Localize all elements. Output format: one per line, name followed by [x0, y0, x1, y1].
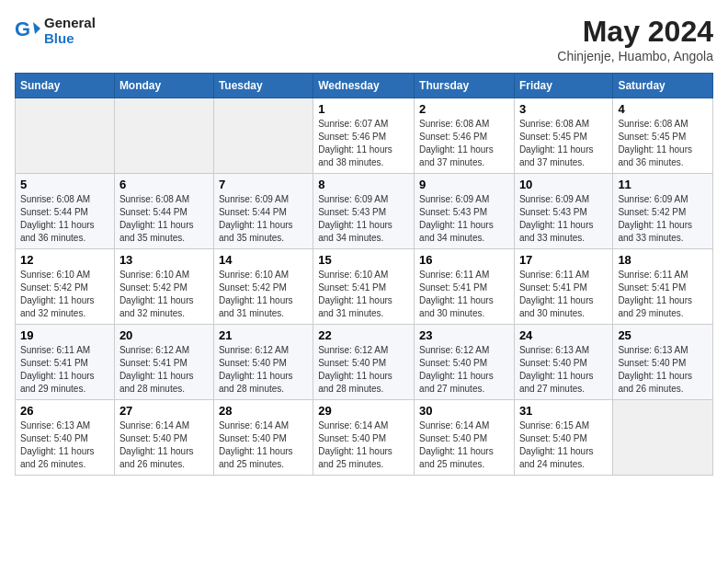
col-header-sunday: Sunday — [16, 74, 115, 98]
day-info: Sunrise: 6:14 AM Sunset: 5:40 PM Dayligh… — [119, 419, 209, 471]
col-header-saturday: Saturday — [613, 74, 713, 98]
day-number: 7 — [219, 178, 308, 191]
day-number: 3 — [519, 102, 608, 116]
day-number: 9 — [419, 178, 509, 191]
day-number: 1 — [318, 102, 409, 116]
month-title: May 2024 — [557, 15, 713, 49]
day-number: 2 — [419, 102, 509, 116]
day-info: Sunrise: 6:13 AM Sunset: 5:40 PM Dayligh… — [519, 344, 608, 396]
day-info: Sunrise: 6:07 AM Sunset: 5:46 PM Dayligh… — [318, 118, 409, 169]
day-number: 5 — [20, 178, 109, 191]
day-info: Sunrise: 6:12 AM Sunset: 5:40 PM Dayligh… — [318, 344, 409, 396]
day-cell — [613, 400, 713, 476]
day-number: 4 — [618, 102, 708, 116]
day-info: Sunrise: 6:08 AM Sunset: 5:45 PM Dayligh… — [519, 118, 608, 169]
day-cell: 9Sunrise: 6:09 AM Sunset: 5:43 PM Daylig… — [415, 174, 515, 249]
day-cell: 21Sunrise: 6:12 AM Sunset: 5:40 PM Dayli… — [213, 325, 313, 400]
day-cell: 11Sunrise: 6:09 AM Sunset: 5:42 PM Dayli… — [613, 174, 713, 249]
day-number: 6 — [119, 178, 209, 191]
day-number: 15 — [318, 253, 409, 267]
day-number: 19 — [20, 328, 109, 342]
day-cell: 22Sunrise: 6:12 AM Sunset: 5:40 PM Dayli… — [313, 325, 415, 400]
day-cell: 16Sunrise: 6:11 AM Sunset: 5:41 PM Dayli… — [415, 249, 515, 325]
day-info: Sunrise: 6:10 AM Sunset: 5:42 PM Dayligh… — [219, 269, 308, 320]
day-number: 10 — [519, 178, 608, 191]
day-cell: 19Sunrise: 6:11 AM Sunset: 5:41 PM Dayli… — [16, 325, 115, 400]
day-cell: 8Sunrise: 6:09 AM Sunset: 5:43 PM Daylig… — [313, 174, 415, 249]
day-number: 31 — [519, 404, 608, 418]
day-cell: 5Sunrise: 6:08 AM Sunset: 5:44 PM Daylig… — [16, 174, 115, 249]
day-info: Sunrise: 6:12 AM Sunset: 5:40 PM Dayligh… — [219, 344, 308, 396]
day-info: Sunrise: 6:10 AM Sunset: 5:42 PM Dayligh… — [119, 269, 209, 320]
col-header-friday: Friday — [514, 74, 612, 98]
day-number: 11 — [618, 178, 708, 191]
logo: G General Blue — [15, 15, 96, 46]
day-info: Sunrise: 6:12 AM Sunset: 5:41 PM Dayligh… — [119, 344, 209, 396]
day-cell: 24Sunrise: 6:13 AM Sunset: 5:40 PM Dayli… — [514, 325, 612, 400]
day-cell: 2Sunrise: 6:08 AM Sunset: 5:46 PM Daylig… — [415, 98, 515, 174]
day-info: Sunrise: 6:11 AM Sunset: 5:41 PM Dayligh… — [618, 269, 708, 320]
day-info: Sunrise: 6:10 AM Sunset: 5:41 PM Dayligh… — [318, 269, 409, 320]
day-cell: 10Sunrise: 6:09 AM Sunset: 5:43 PM Dayli… — [514, 174, 612, 249]
day-cell: 23Sunrise: 6:12 AM Sunset: 5:40 PM Dayli… — [415, 325, 515, 400]
day-cell: 1Sunrise: 6:07 AM Sunset: 5:46 PM Daylig… — [313, 98, 415, 174]
day-number: 30 — [419, 404, 509, 418]
day-number: 14 — [219, 253, 308, 267]
day-info: Sunrise: 6:08 AM Sunset: 5:44 PM Dayligh… — [119, 193, 209, 245]
col-header-wednesday: Wednesday — [313, 74, 415, 98]
day-info: Sunrise: 6:09 AM Sunset: 5:42 PM Dayligh… — [618, 193, 708, 245]
day-cell: 14Sunrise: 6:10 AM Sunset: 5:42 PM Dayli… — [213, 249, 313, 325]
day-info: Sunrise: 6:10 AM Sunset: 5:42 PM Dayligh… — [20, 269, 109, 320]
day-info: Sunrise: 6:13 AM Sunset: 5:40 PM Dayligh… — [618, 344, 708, 396]
day-info: Sunrise: 6:14 AM Sunset: 5:40 PM Dayligh… — [419, 419, 509, 471]
day-number: 17 — [519, 253, 608, 267]
day-number: 16 — [419, 253, 509, 267]
day-cell: 6Sunrise: 6:08 AM Sunset: 5:44 PM Daylig… — [114, 174, 213, 249]
day-info: Sunrise: 6:11 AM Sunset: 5:41 PM Dayligh… — [419, 269, 509, 320]
day-info: Sunrise: 6:09 AM Sunset: 5:43 PM Dayligh… — [318, 193, 409, 245]
day-info: Sunrise: 6:13 AM Sunset: 5:40 PM Dayligh… — [20, 419, 109, 471]
day-number: 20 — [119, 328, 209, 342]
day-number: 18 — [618, 253, 708, 267]
day-info: Sunrise: 6:14 AM Sunset: 5:40 PM Dayligh… — [219, 419, 308, 471]
day-number: 26 — [20, 404, 109, 418]
title-block: May 2024 Chinjenje, Huambo, Angola — [557, 15, 713, 63]
day-info: Sunrise: 6:08 AM Sunset: 5:44 PM Dayligh… — [20, 193, 109, 245]
day-info: Sunrise: 6:11 AM Sunset: 5:41 PM Dayligh… — [519, 269, 608, 320]
day-number: 13 — [119, 253, 209, 267]
day-cell: 29Sunrise: 6:14 AM Sunset: 5:40 PM Dayli… — [313, 400, 415, 476]
svg-text:G: G — [15, 17, 30, 40]
day-number: 22 — [318, 328, 409, 342]
day-cell: 27Sunrise: 6:14 AM Sunset: 5:40 PM Dayli… — [114, 400, 213, 476]
day-number: 8 — [318, 178, 409, 191]
day-info: Sunrise: 6:12 AM Sunset: 5:40 PM Dayligh… — [419, 344, 509, 396]
day-cell: 25Sunrise: 6:13 AM Sunset: 5:40 PM Dayli… — [613, 325, 713, 400]
day-info: Sunrise: 6:08 AM Sunset: 5:45 PM Dayligh… — [618, 118, 708, 169]
day-cell: 20Sunrise: 6:12 AM Sunset: 5:41 PM Dayli… — [114, 325, 213, 400]
day-cell — [213, 98, 313, 174]
day-number: 27 — [119, 404, 209, 418]
day-cell — [16, 98, 115, 174]
day-cell: 30Sunrise: 6:14 AM Sunset: 5:40 PM Dayli… — [415, 400, 515, 476]
day-cell: 4Sunrise: 6:08 AM Sunset: 5:45 PM Daylig… — [613, 98, 713, 174]
day-info: Sunrise: 6:14 AM Sunset: 5:40 PM Dayligh… — [318, 419, 409, 471]
day-cell: 12Sunrise: 6:10 AM Sunset: 5:42 PM Dayli… — [16, 249, 115, 325]
week-row-1: 1Sunrise: 6:07 AM Sunset: 5:46 PM Daylig… — [16, 98, 713, 174]
week-row-5: 26Sunrise: 6:13 AM Sunset: 5:40 PM Dayli… — [16, 400, 713, 476]
day-cell: 26Sunrise: 6:13 AM Sunset: 5:40 PM Dayli… — [16, 400, 115, 476]
day-number: 29 — [318, 404, 409, 418]
day-cell: 31Sunrise: 6:15 AM Sunset: 5:40 PM Dayli… — [514, 400, 612, 476]
day-info: Sunrise: 6:09 AM Sunset: 5:43 PM Dayligh… — [519, 193, 608, 245]
day-info: Sunrise: 6:08 AM Sunset: 5:46 PM Dayligh… — [419, 118, 509, 169]
week-row-3: 12Sunrise: 6:10 AM Sunset: 5:42 PM Dayli… — [16, 249, 713, 325]
day-number: 21 — [219, 328, 308, 342]
col-header-monday: Monday — [114, 74, 213, 98]
day-cell: 13Sunrise: 6:10 AM Sunset: 5:42 PM Dayli… — [114, 249, 213, 325]
day-cell: 7Sunrise: 6:09 AM Sunset: 5:44 PM Daylig… — [213, 174, 313, 249]
svg-marker-1 — [33, 22, 40, 34]
day-number: 24 — [519, 328, 608, 342]
column-headers: SundayMondayTuesdayWednesdayThursdayFrid… — [16, 74, 713, 98]
day-cell — [114, 98, 213, 174]
week-row-2: 5Sunrise: 6:08 AM Sunset: 5:44 PM Daylig… — [16, 174, 713, 249]
day-number: 12 — [20, 253, 109, 267]
